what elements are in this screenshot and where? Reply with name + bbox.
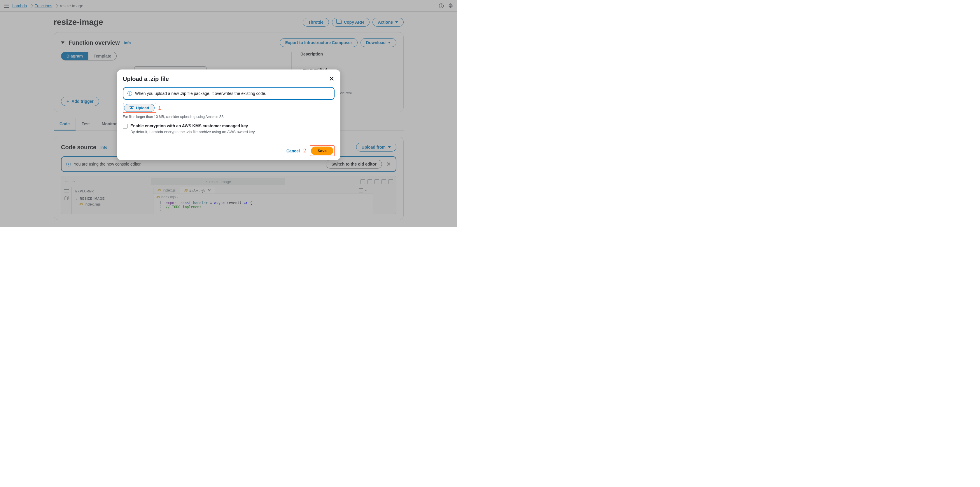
kms-label: Enable encryption with an AWS KMS custom…	[130, 123, 248, 128]
upload-zip-modal: Upload a .zip file ✕ i When you upload a…	[117, 69, 340, 160]
modal-backdrop: Upload a .zip file ✕ i When you upload a…	[0, 0, 457, 227]
upload-hint: For files larger than 10 MB, consider up…	[123, 115, 334, 119]
modal-info-text: When you upload a new .zip file package,…	[135, 91, 266, 96]
cancel-button[interactable]: Cancel	[286, 148, 300, 153]
save-button[interactable]: Save	[311, 147, 333, 155]
modal-title: Upload a .zip file	[123, 76, 169, 82]
modal-info-alert: i When you upload a new .zip file packag…	[123, 87, 334, 100]
annotation-2: 2	[303, 148, 306, 154]
annotation-1: 1	[158, 105, 161, 111]
upload-icon	[129, 106, 134, 110]
close-icon[interactable]: ✕	[329, 75, 334, 83]
upload-button[interactable]: Upload	[124, 104, 154, 112]
kms-hint: By default, Lambda encrypts the .zip fil…	[130, 129, 334, 134]
kms-checkbox[interactable]	[123, 124, 127, 128]
info-icon: i	[127, 91, 132, 96]
